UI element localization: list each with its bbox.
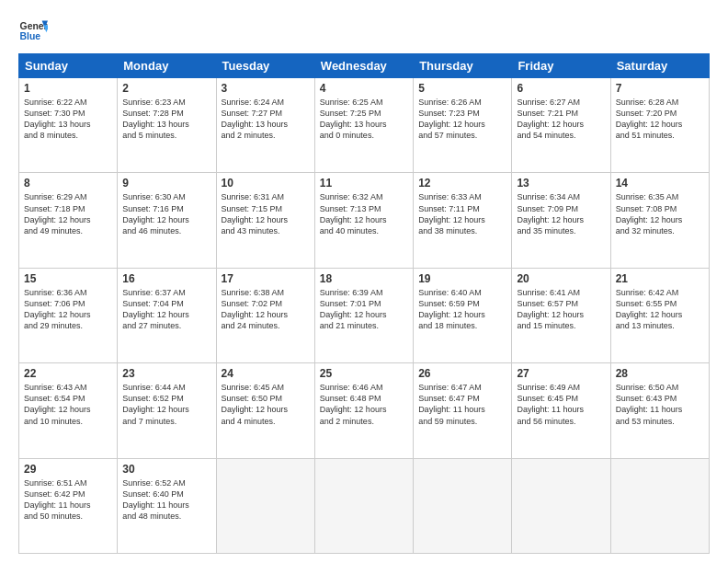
day-number: 4 — [320, 82, 408, 95]
calendar-cell — [314, 458, 413, 553]
day-number: 11 — [320, 177, 408, 190]
dow-header-saturday: Saturday — [610, 54, 709, 78]
calendar-cell: 29Sunrise: 6:51 AMSunset: 6:42 PMDayligh… — [19, 458, 118, 553]
cell-info: Sunrise: 6:22 AMSunset: 7:30 PMDaylight:… — [24, 97, 112, 142]
day-number: 5 — [418, 82, 506, 95]
day-number: 16 — [122, 272, 210, 285]
calendar-cell: 8Sunrise: 6:29 AMSunset: 7:18 PMDaylight… — [19, 173, 118, 268]
day-number: 9 — [122, 177, 210, 190]
cell-info: Sunrise: 6:42 AMSunset: 6:55 PMDaylight:… — [616, 287, 704, 332]
calendar-cell: 7Sunrise: 6:28 AMSunset: 7:20 PMDaylight… — [610, 78, 709, 173]
day-number: 13 — [517, 177, 605, 190]
day-number: 26 — [418, 367, 506, 380]
cell-info: Sunrise: 6:27 AMSunset: 7:21 PMDaylight:… — [517, 97, 605, 142]
calendar-cell: 19Sunrise: 6:40 AMSunset: 6:59 PMDayligh… — [414, 268, 512, 362]
calendar-cell — [610, 458, 709, 553]
calendar-cell: 12Sunrise: 6:33 AMSunset: 7:11 PMDayligh… — [414, 173, 512, 268]
calendar-cell: 6Sunrise: 6:27 AMSunset: 7:21 PMDaylight… — [512, 78, 610, 173]
cell-info: Sunrise: 6:23 AMSunset: 7:28 PMDaylight:… — [122, 97, 210, 142]
calendar-cell: 26Sunrise: 6:47 AMSunset: 6:47 PMDayligh… — [414, 363, 512, 458]
cell-info: Sunrise: 6:32 AMSunset: 7:13 PMDaylight:… — [320, 191, 408, 236]
day-number: 30 — [122, 463, 210, 476]
calendar-cell: 21Sunrise: 6:42 AMSunset: 6:55 PMDayligh… — [610, 268, 709, 362]
calendar-cell: 10Sunrise: 6:31 AMSunset: 7:15 PMDayligh… — [216, 173, 314, 268]
dow-header-sunday: Sunday — [19, 54, 118, 78]
cell-info: Sunrise: 6:39 AMSunset: 7:01 PMDaylight:… — [320, 287, 408, 332]
cell-info: Sunrise: 6:47 AMSunset: 6:47 PMDaylight:… — [418, 382, 506, 427]
day-number: 8 — [24, 177, 112, 190]
cell-info: Sunrise: 6:44 AMSunset: 6:52 PMDaylight:… — [122, 382, 210, 427]
day-number: 25 — [320, 367, 408, 380]
day-number: 3 — [222, 82, 310, 95]
calendar-cell: 11Sunrise: 6:32 AMSunset: 7:13 PMDayligh… — [314, 173, 413, 268]
week-row-2: 8Sunrise: 6:29 AMSunset: 7:18 PMDaylight… — [19, 173, 710, 268]
cell-info: Sunrise: 6:46 AMSunset: 6:48 PMDaylight:… — [320, 382, 408, 427]
days-of-week-row: SundayMondayTuesdayWednesdayThursdayFrid… — [19, 54, 710, 78]
cell-info: Sunrise: 6:24 AMSunset: 7:27 PMDaylight:… — [222, 97, 310, 142]
week-row-3: 15Sunrise: 6:36 AMSunset: 7:06 PMDayligh… — [19, 268, 710, 362]
cell-info: Sunrise: 6:38 AMSunset: 7:02 PMDaylight:… — [222, 287, 310, 332]
calendar-cell: 2Sunrise: 6:23 AMSunset: 7:28 PMDaylight… — [118, 78, 216, 173]
cell-info: Sunrise: 6:25 AMSunset: 7:25 PMDaylight:… — [320, 97, 408, 142]
dow-header-monday: Monday — [118, 54, 216, 78]
cell-info: Sunrise: 6:41 AMSunset: 6:57 PMDaylight:… — [517, 287, 605, 332]
cell-info: Sunrise: 6:28 AMSunset: 7:20 PMDaylight:… — [616, 97, 704, 142]
day-number: 29 — [24, 463, 112, 476]
day-number: 23 — [122, 367, 210, 380]
day-number: 28 — [616, 367, 704, 380]
cell-info: Sunrise: 6:51 AMSunset: 6:42 PMDaylight:… — [24, 477, 112, 523]
cell-info: Sunrise: 6:31 AMSunset: 7:15 PMDaylight:… — [222, 191, 310, 236]
day-number: 15 — [24, 272, 112, 285]
cell-info: Sunrise: 6:43 AMSunset: 6:54 PMDaylight:… — [24, 382, 112, 427]
day-number: 20 — [517, 272, 605, 285]
calendar-cell: 28Sunrise: 6:50 AMSunset: 6:43 PMDayligh… — [610, 363, 709, 458]
calendar-cell: 24Sunrise: 6:45 AMSunset: 6:50 PMDayligh… — [216, 363, 314, 458]
cell-info: Sunrise: 6:26 AMSunset: 7:23 PMDaylight:… — [418, 97, 506, 142]
day-number: 1 — [24, 82, 112, 95]
day-number: 2 — [122, 82, 210, 95]
calendar-cell: 5Sunrise: 6:26 AMSunset: 7:23 PMDaylight… — [414, 78, 512, 173]
cell-info: Sunrise: 6:33 AMSunset: 7:11 PMDaylight:… — [418, 191, 506, 236]
week-row-5: 29Sunrise: 6:51 AMSunset: 6:42 PMDayligh… — [19, 458, 710, 553]
calendar-cell: 14Sunrise: 6:35 AMSunset: 7:08 PMDayligh… — [610, 173, 709, 268]
day-number: 17 — [222, 272, 310, 285]
calendar-cell: 22Sunrise: 6:43 AMSunset: 6:54 PMDayligh… — [19, 363, 118, 458]
day-number: 10 — [222, 177, 310, 190]
dow-header-tuesday: Tuesday — [216, 54, 314, 78]
day-number: 6 — [517, 82, 605, 95]
calendar-cell: 23Sunrise: 6:44 AMSunset: 6:52 PMDayligh… — [118, 363, 216, 458]
cell-info: Sunrise: 6:40 AMSunset: 6:59 PMDaylight:… — [418, 287, 506, 332]
calendar-cell: 30Sunrise: 6:52 AMSunset: 6:40 PMDayligh… — [118, 458, 216, 553]
calendar-cell: 9Sunrise: 6:30 AMSunset: 7:16 PMDaylight… — [118, 173, 216, 268]
calendar-table: SundayMondayTuesdayWednesdayThursdayFrid… — [18, 53, 710, 554]
day-number: 22 — [24, 367, 112, 380]
page-header: General Blue — [18, 15, 710, 44]
day-number: 19 — [418, 272, 506, 285]
cell-info: Sunrise: 6:34 AMSunset: 7:09 PMDaylight:… — [517, 191, 605, 236]
day-number: 24 — [222, 367, 310, 380]
cell-info: Sunrise: 6:35 AMSunset: 7:08 PMDaylight:… — [616, 191, 704, 236]
calendar-cell — [512, 458, 610, 553]
cell-info: Sunrise: 6:45 AMSunset: 6:50 PMDaylight:… — [222, 382, 310, 427]
logo-icon: General Blue — [18, 15, 48, 44]
day-number: 18 — [320, 272, 408, 285]
calendar-cell — [414, 458, 512, 553]
cell-info: Sunrise: 6:36 AMSunset: 7:06 PMDaylight:… — [24, 287, 112, 332]
day-number: 14 — [616, 177, 704, 190]
cell-info: Sunrise: 6:30 AMSunset: 7:16 PMDaylight:… — [122, 191, 210, 236]
cell-info: Sunrise: 6:52 AMSunset: 6:40 PMDaylight:… — [122, 477, 210, 523]
svg-text:Blue: Blue — [20, 31, 41, 41]
week-row-1: 1Sunrise: 6:22 AMSunset: 7:30 PMDaylight… — [19, 78, 710, 173]
calendar-cell: 4Sunrise: 6:25 AMSunset: 7:25 PMDaylight… — [314, 78, 413, 173]
day-number: 12 — [418, 177, 506, 190]
calendar-cell: 25Sunrise: 6:46 AMSunset: 6:48 PMDayligh… — [314, 363, 413, 458]
day-number: 7 — [616, 82, 704, 95]
cell-info: Sunrise: 6:49 AMSunset: 6:45 PMDaylight:… — [517, 382, 605, 427]
calendar-cell: 27Sunrise: 6:49 AMSunset: 6:45 PMDayligh… — [512, 363, 610, 458]
dow-header-thursday: Thursday — [414, 54, 512, 78]
calendar-cell: 16Sunrise: 6:37 AMSunset: 7:04 PMDayligh… — [118, 268, 216, 362]
calendar-cell: 3Sunrise: 6:24 AMSunset: 7:27 PMDaylight… — [216, 78, 314, 173]
day-number: 27 — [517, 367, 605, 380]
day-number: 21 — [616, 272, 704, 285]
calendar-cell: 18Sunrise: 6:39 AMSunset: 7:01 PMDayligh… — [314, 268, 413, 362]
